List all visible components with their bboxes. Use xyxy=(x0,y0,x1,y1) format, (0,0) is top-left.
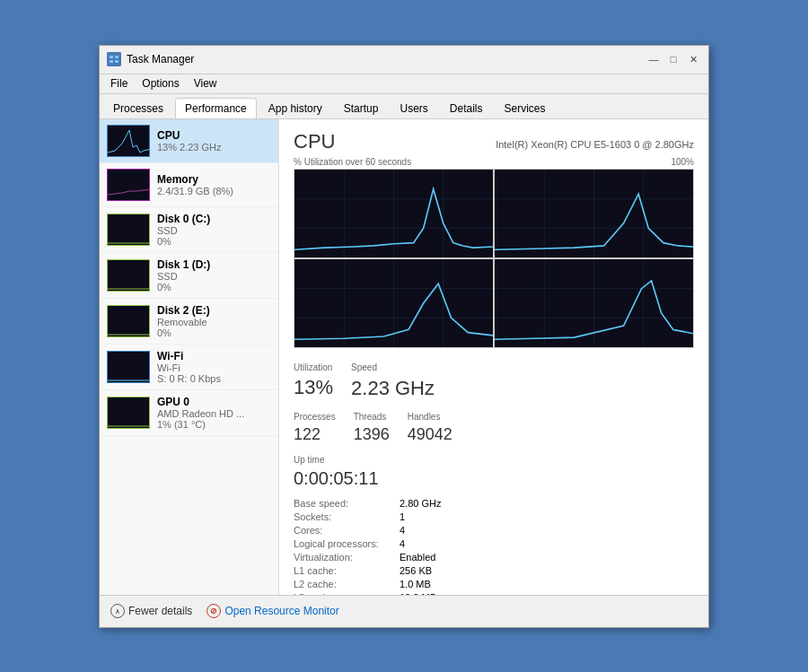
sidebar-item-gpu0[interactable]: GPU 0 AMD Radeon HD ... 1% (31 °C) xyxy=(100,390,278,436)
utilization-label: Utilization xyxy=(294,362,333,372)
resource-monitor-label: Open Resource Monitor xyxy=(224,605,338,617)
gpu0-stats: 1% (31 °C) xyxy=(157,419,244,430)
sidebar-item-wifi[interactable]: Wi-Fi Wi-Fi S: 0 R: 0 Kbps xyxy=(100,345,278,390)
stat-uptime: Up time 0:00:05:11 xyxy=(294,455,694,489)
wifi-name: Wi-Fi xyxy=(157,350,221,362)
fewer-details-button[interactable]: ∧ Fewer details xyxy=(110,604,192,618)
sidebar-item-memory[interactable]: Memory 2.4/31.9 GB (8%) xyxy=(100,163,278,207)
gpu0-thumbnail xyxy=(107,397,150,429)
tab-startup[interactable]: Startup xyxy=(334,98,389,118)
info-l3: L3 cache: 10.0 MB xyxy=(294,592,441,594)
l3-label: L3 cache: xyxy=(294,592,392,594)
sidebar-item-cpu[interactable]: CPU 13% 2.23 GHz xyxy=(100,119,278,163)
sidebar: CPU 13% 2.23 GHz Memory 2.4/31.9 GB (8%) xyxy=(100,119,279,595)
processes-label: Processes xyxy=(294,412,336,422)
disk2-name: Disk 2 (E:) xyxy=(157,304,210,317)
logical-value: 4 xyxy=(400,538,405,549)
uptime-value: 0:00:05:11 xyxy=(294,468,694,489)
tab-processes[interactable]: Processes xyxy=(103,98,173,118)
disk1-thumbnail xyxy=(107,259,150,292)
wifi-label: Wi-Fi Wi-Fi S: 0 R: 0 Kbps xyxy=(157,350,221,384)
cpu-thumbnail xyxy=(107,125,150,157)
menu-view[interactable]: View xyxy=(187,74,224,93)
util-label: % Utilization over 60 seconds xyxy=(294,157,411,167)
info-base-speed: Base speed: 2.80 GHz xyxy=(294,498,441,509)
bottom-bar: ∧ Fewer details ⊘ Open Resource Monitor xyxy=(100,595,708,627)
disk2-type: Removable xyxy=(157,317,210,327)
sidebar-item-disk1[interactable]: Disk 1 (D:) SSD 0% xyxy=(100,253,278,299)
tab-details[interactable]: Details xyxy=(440,98,493,118)
memory-label: Memory 2.4/31.9 GB (8%) xyxy=(157,173,233,196)
tab-app-history[interactable]: App history xyxy=(259,98,332,118)
cpu-title: CPU xyxy=(294,130,335,153)
window-title: Task Manager xyxy=(127,53,646,65)
svg-rect-10 xyxy=(108,352,150,383)
l1-label: L1 cache: xyxy=(294,565,392,576)
svg-rect-2 xyxy=(115,56,119,58)
close-button[interactable]: ✕ xyxy=(685,51,701,67)
gpu0-label: GPU 0 AMD Radeon HD ... 1% (31 °C) xyxy=(157,396,244,430)
tab-performance[interactable]: Performance xyxy=(175,98,257,118)
info-cores: Cores: 4 xyxy=(294,525,441,536)
open-resource-monitor-button[interactable]: ⊘ Open Resource Monitor xyxy=(206,604,338,618)
base-speed-label: Base speed: xyxy=(294,498,392,509)
memory-stats: 2.4/31.9 GB (8%) xyxy=(157,186,233,196)
l2-value: 1.0 MB xyxy=(400,579,431,589)
cpu-label: CPU 13% 2.23 GHz xyxy=(157,129,222,153)
graph-core0 xyxy=(294,170,493,257)
uptime-label: Up time xyxy=(294,455,694,465)
svg-rect-9 xyxy=(108,306,150,337)
disk1-usage: 0% xyxy=(157,282,210,292)
l2-label: L2 cache: xyxy=(294,579,392,589)
stat-handles: Handles 49042 xyxy=(408,412,452,444)
svg-rect-6 xyxy=(108,170,150,201)
tab-services[interactable]: Services xyxy=(495,98,556,118)
speed-value: 2.23 GHz xyxy=(351,376,435,402)
disk1-name: Disk 1 (D:) xyxy=(157,258,210,271)
disk2-thumbnail xyxy=(107,305,150,337)
wifi-stats: S: 0 R: 0 Kbps xyxy=(157,373,221,384)
svg-rect-8 xyxy=(108,260,150,292)
sidebar-item-disk2[interactable]: Disk 2 (E:) Removable 0% xyxy=(100,299,278,345)
handles-label: Handles xyxy=(408,412,452,422)
svg-rect-1 xyxy=(110,56,113,58)
svg-rect-4 xyxy=(115,60,119,63)
wifi-type: Wi-Fi xyxy=(157,362,221,373)
menu-file[interactable]: File xyxy=(103,74,135,93)
tab-users[interactable]: Users xyxy=(390,98,437,118)
info-logical: Logical processors: 4 xyxy=(294,538,441,549)
util-label-row: % Utilization over 60 seconds 100% xyxy=(294,157,694,167)
cores-label: Cores: xyxy=(294,525,392,536)
main-panel: CPU Intel(R) Xeon(R) CPU E5-1603 0 @ 2.8… xyxy=(279,119,708,595)
virt-label: Virtualization: xyxy=(294,552,392,563)
processes-value: 122 xyxy=(294,425,336,444)
cpu-graphs xyxy=(294,169,694,348)
graph-core2 xyxy=(294,259,493,347)
stat-threads: Threads 1396 xyxy=(354,412,390,444)
menu-bar: File Options View xyxy=(100,74,708,94)
info-virt: Virtualization: Enabled xyxy=(294,552,441,563)
cores-value: 4 xyxy=(400,525,405,536)
sidebar-item-disk0[interactable]: Disk 0 (C:) SSD 0% xyxy=(100,207,278,253)
util-max: 100% xyxy=(671,157,694,167)
base-speed-value: 2.80 GHz xyxy=(400,498,441,509)
cpu-header: CPU Intel(R) Xeon(R) CPU E5-1603 0 @ 2.8… xyxy=(294,130,694,153)
maximize-button[interactable]: □ xyxy=(665,51,681,67)
wifi-thumbnail xyxy=(107,351,150,383)
gpu0-name: GPU 0 xyxy=(157,396,244,408)
cpu-model: Intel(R) Xeon(R) CPU E5-1603 0 @ 2.80GHz xyxy=(496,139,694,150)
sockets-label: Sockets: xyxy=(294,511,392,522)
disk1-type: SSD xyxy=(157,271,210,282)
menu-options[interactable]: Options xyxy=(135,74,186,93)
threads-value: 1396 xyxy=(354,425,390,444)
memory-thumbnail xyxy=(107,169,150,201)
tab-bar: Processes Performance App history Startu… xyxy=(100,94,708,119)
disk1-label: Disk 1 (D:) SSD 0% xyxy=(157,258,210,292)
minimize-button[interactable]: — xyxy=(646,51,662,67)
disk0-usage: 0% xyxy=(157,236,210,247)
cpu-name: CPU xyxy=(157,129,222,142)
disk0-thumbnail xyxy=(107,214,150,246)
stat-speed: Speed 2.23 GHz xyxy=(351,362,435,402)
threads-label: Threads xyxy=(354,412,390,422)
speed-label: Speed xyxy=(351,362,435,372)
